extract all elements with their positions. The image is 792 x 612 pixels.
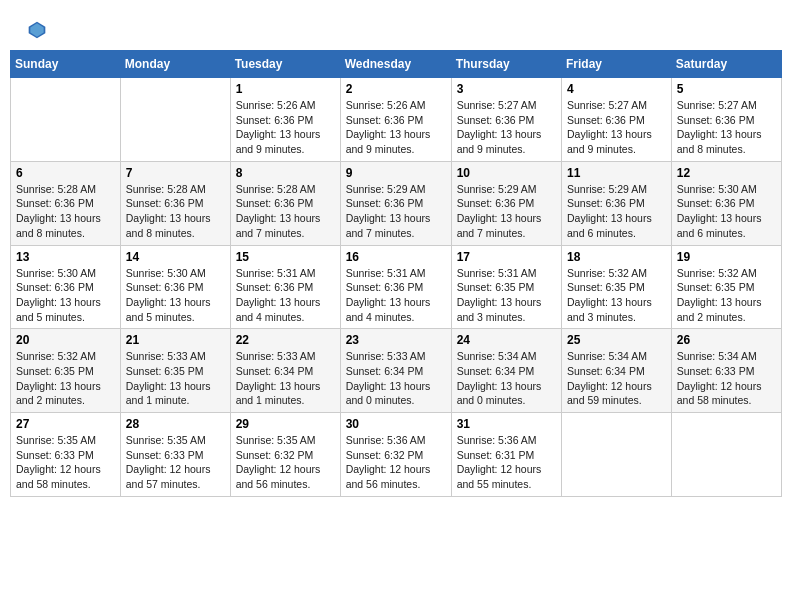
page-header <box>10 10 782 45</box>
day-number: 9 <box>346 166 446 180</box>
day-info: Sunrise: 5:28 AM Sunset: 6:36 PM Dayligh… <box>16 182 115 241</box>
day-info: Sunrise: 5:32 AM Sunset: 6:35 PM Dayligh… <box>16 349 115 408</box>
day-info: Sunrise: 5:32 AM Sunset: 6:35 PM Dayligh… <box>567 266 666 325</box>
day-info: Sunrise: 5:27 AM Sunset: 6:36 PM Dayligh… <box>677 98 776 157</box>
calendar-day-cell: 5Sunrise: 5:27 AM Sunset: 6:36 PM Daylig… <box>671 78 781 162</box>
day-number: 29 <box>236 417 335 431</box>
calendar-week-row: 20Sunrise: 5:32 AM Sunset: 6:35 PM Dayli… <box>11 329 782 413</box>
day-number: 19 <box>677 250 776 264</box>
calendar-day-cell: 26Sunrise: 5:34 AM Sunset: 6:33 PM Dayli… <box>671 329 781 413</box>
calendar-day-cell: 22Sunrise: 5:33 AM Sunset: 6:34 PM Dayli… <box>230 329 340 413</box>
calendar-day-cell: 11Sunrise: 5:29 AM Sunset: 6:36 PM Dayli… <box>562 161 672 245</box>
day-info: Sunrise: 5:28 AM Sunset: 6:36 PM Dayligh… <box>236 182 335 241</box>
day-number: 1 <box>236 82 335 96</box>
calendar-day-cell: 25Sunrise: 5:34 AM Sunset: 6:34 PM Dayli… <box>562 329 672 413</box>
day-number: 13 <box>16 250 115 264</box>
calendar-day-cell: 2Sunrise: 5:26 AM Sunset: 6:36 PM Daylig… <box>340 78 451 162</box>
day-info: Sunrise: 5:28 AM Sunset: 6:36 PM Dayligh… <box>126 182 225 241</box>
day-number: 24 <box>457 333 556 347</box>
calendar-day-cell: 9Sunrise: 5:29 AM Sunset: 6:36 PM Daylig… <box>340 161 451 245</box>
calendar-day-cell: 10Sunrise: 5:29 AM Sunset: 6:36 PM Dayli… <box>451 161 561 245</box>
day-info: Sunrise: 5:30 AM Sunset: 6:36 PM Dayligh… <box>16 266 115 325</box>
calendar-day-cell: 4Sunrise: 5:27 AM Sunset: 6:36 PM Daylig… <box>562 78 672 162</box>
day-info: Sunrise: 5:31 AM Sunset: 6:36 PM Dayligh… <box>236 266 335 325</box>
day-number: 5 <box>677 82 776 96</box>
calendar-day-cell: 13Sunrise: 5:30 AM Sunset: 6:36 PM Dayli… <box>11 245 121 329</box>
weekday-header: Tuesday <box>230 51 340 78</box>
day-info: Sunrise: 5:30 AM Sunset: 6:36 PM Dayligh… <box>126 266 225 325</box>
calendar-day-cell: 14Sunrise: 5:30 AM Sunset: 6:36 PM Dayli… <box>120 245 230 329</box>
weekday-header: Saturday <box>671 51 781 78</box>
calendar-day-cell: 21Sunrise: 5:33 AM Sunset: 6:35 PM Dayli… <box>120 329 230 413</box>
calendar-week-row: 1Sunrise: 5:26 AM Sunset: 6:36 PM Daylig… <box>11 78 782 162</box>
day-info: Sunrise: 5:31 AM Sunset: 6:36 PM Dayligh… <box>346 266 446 325</box>
day-info: Sunrise: 5:30 AM Sunset: 6:36 PM Dayligh… <box>677 182 776 241</box>
calendar-day-cell: 27Sunrise: 5:35 AM Sunset: 6:33 PM Dayli… <box>11 413 121 497</box>
day-info: Sunrise: 5:35 AM Sunset: 6:33 PM Dayligh… <box>126 433 225 492</box>
day-number: 31 <box>457 417 556 431</box>
day-info: Sunrise: 5:34 AM Sunset: 6:34 PM Dayligh… <box>567 349 666 408</box>
calendar-day-cell: 1Sunrise: 5:26 AM Sunset: 6:36 PM Daylig… <box>230 78 340 162</box>
calendar-day-cell: 6Sunrise: 5:28 AM Sunset: 6:36 PM Daylig… <box>11 161 121 245</box>
day-number: 18 <box>567 250 666 264</box>
day-number: 25 <box>567 333 666 347</box>
day-number: 12 <box>677 166 776 180</box>
day-number: 22 <box>236 333 335 347</box>
day-number: 17 <box>457 250 556 264</box>
day-info: Sunrise: 5:31 AM Sunset: 6:35 PM Dayligh… <box>457 266 556 325</box>
day-number: 23 <box>346 333 446 347</box>
calendar-day-cell: 20Sunrise: 5:32 AM Sunset: 6:35 PM Dayli… <box>11 329 121 413</box>
day-info: Sunrise: 5:35 AM Sunset: 6:32 PM Dayligh… <box>236 433 335 492</box>
calendar-day-cell: 16Sunrise: 5:31 AM Sunset: 6:36 PM Dayli… <box>340 245 451 329</box>
calendar-day-cell: 23Sunrise: 5:33 AM Sunset: 6:34 PM Dayli… <box>340 329 451 413</box>
day-number: 4 <box>567 82 666 96</box>
day-number: 16 <box>346 250 446 264</box>
calendar-day-cell: 28Sunrise: 5:35 AM Sunset: 6:33 PM Dayli… <box>120 413 230 497</box>
day-info: Sunrise: 5:33 AM Sunset: 6:34 PM Dayligh… <box>236 349 335 408</box>
day-number: 14 <box>126 250 225 264</box>
calendar-day-cell <box>120 78 230 162</box>
calendar-day-cell: 29Sunrise: 5:35 AM Sunset: 6:32 PM Dayli… <box>230 413 340 497</box>
day-number: 15 <box>236 250 335 264</box>
day-info: Sunrise: 5:26 AM Sunset: 6:36 PM Dayligh… <box>346 98 446 157</box>
calendar-day-cell: 17Sunrise: 5:31 AM Sunset: 6:35 PM Dayli… <box>451 245 561 329</box>
day-info: Sunrise: 5:29 AM Sunset: 6:36 PM Dayligh… <box>346 182 446 241</box>
logo-icon <box>27 20 47 40</box>
day-number: 30 <box>346 417 446 431</box>
day-number: 10 <box>457 166 556 180</box>
calendar-day-cell: 15Sunrise: 5:31 AM Sunset: 6:36 PM Dayli… <box>230 245 340 329</box>
day-info: Sunrise: 5:26 AM Sunset: 6:36 PM Dayligh… <box>236 98 335 157</box>
calendar-week-row: 6Sunrise: 5:28 AM Sunset: 6:36 PM Daylig… <box>11 161 782 245</box>
day-number: 11 <box>567 166 666 180</box>
calendar-day-cell: 18Sunrise: 5:32 AM Sunset: 6:35 PM Dayli… <box>562 245 672 329</box>
day-number: 20 <box>16 333 115 347</box>
day-info: Sunrise: 5:36 AM Sunset: 6:31 PM Dayligh… <box>457 433 556 492</box>
day-info: Sunrise: 5:29 AM Sunset: 6:36 PM Dayligh… <box>567 182 666 241</box>
calendar-day-cell: 30Sunrise: 5:36 AM Sunset: 6:32 PM Dayli… <box>340 413 451 497</box>
calendar-table: SundayMondayTuesdayWednesdayThursdayFrid… <box>10 50 782 497</box>
weekday-header: Monday <box>120 51 230 78</box>
day-number: 2 <box>346 82 446 96</box>
day-number: 6 <box>16 166 115 180</box>
calendar-day-cell <box>11 78 121 162</box>
weekday-header: Thursday <box>451 51 561 78</box>
day-info: Sunrise: 5:33 AM Sunset: 6:35 PM Dayligh… <box>126 349 225 408</box>
calendar-day-cell: 8Sunrise: 5:28 AM Sunset: 6:36 PM Daylig… <box>230 161 340 245</box>
calendar-day-cell: 3Sunrise: 5:27 AM Sunset: 6:36 PM Daylig… <box>451 78 561 162</box>
day-info: Sunrise: 5:34 AM Sunset: 6:34 PM Dayligh… <box>457 349 556 408</box>
calendar-day-cell <box>671 413 781 497</box>
day-number: 28 <box>126 417 225 431</box>
day-info: Sunrise: 5:34 AM Sunset: 6:33 PM Dayligh… <box>677 349 776 408</box>
calendar-day-cell: 7Sunrise: 5:28 AM Sunset: 6:36 PM Daylig… <box>120 161 230 245</box>
day-number: 27 <box>16 417 115 431</box>
day-info: Sunrise: 5:32 AM Sunset: 6:35 PM Dayligh… <box>677 266 776 325</box>
calendar-week-row: 13Sunrise: 5:30 AM Sunset: 6:36 PM Dayli… <box>11 245 782 329</box>
day-info: Sunrise: 5:27 AM Sunset: 6:36 PM Dayligh… <box>567 98 666 157</box>
day-number: 3 <box>457 82 556 96</box>
day-number: 26 <box>677 333 776 347</box>
day-info: Sunrise: 5:33 AM Sunset: 6:34 PM Dayligh… <box>346 349 446 408</box>
calendar-header-row: SundayMondayTuesdayWednesdayThursdayFrid… <box>11 51 782 78</box>
weekday-header: Wednesday <box>340 51 451 78</box>
calendar-day-cell: 31Sunrise: 5:36 AM Sunset: 6:31 PM Dayli… <box>451 413 561 497</box>
day-number: 7 <box>126 166 225 180</box>
